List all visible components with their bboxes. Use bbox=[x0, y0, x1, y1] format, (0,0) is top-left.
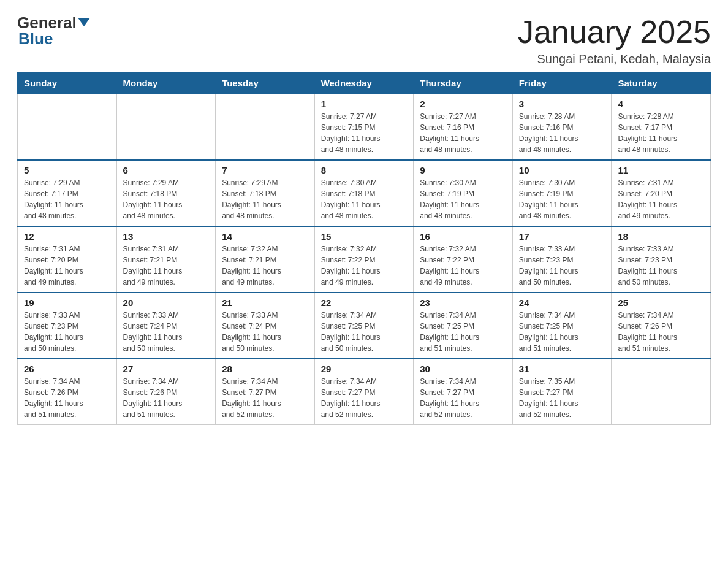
day-number: 31 bbox=[519, 364, 605, 374]
calendar-cell: 7Sunrise: 7:29 AM Sunset: 7:18 PM Daylig… bbox=[216, 160, 315, 226]
day-number: 17 bbox=[519, 231, 605, 242]
day-info: Sunrise: 7:33 AM Sunset: 7:24 PM Dayligh… bbox=[123, 310, 210, 354]
day-number: 9 bbox=[420, 165, 506, 175]
logo: General Blue bbox=[17, 15, 90, 47]
day-info: Sunrise: 7:28 AM Sunset: 7:16 PM Dayligh… bbox=[519, 111, 605, 155]
day-number: 7 bbox=[222, 165, 308, 175]
calendar-cell: 23Sunrise: 7:34 AM Sunset: 7:25 PM Dayli… bbox=[414, 293, 513, 359]
calendar-week-row: 1Sunrise: 7:27 AM Sunset: 7:15 PM Daylig… bbox=[18, 94, 711, 160]
day-number: 22 bbox=[321, 297, 408, 308]
calendar-week-row: 26Sunrise: 7:34 AM Sunset: 7:26 PM Dayli… bbox=[18, 359, 711, 425]
calendar-cell: 20Sunrise: 7:33 AM Sunset: 7:24 PM Dayli… bbox=[116, 293, 216, 359]
day-number: 13 bbox=[123, 231, 210, 242]
day-info: Sunrise: 7:33 AM Sunset: 7:23 PM Dayligh… bbox=[618, 243, 704, 288]
column-header-saturday: Saturday bbox=[612, 73, 711, 94]
calendar-cell: 5Sunrise: 7:29 AM Sunset: 7:17 PM Daylig… bbox=[18, 160, 117, 226]
title-block: January 2025 Sungai Petani, Kedah, Malay… bbox=[518, 15, 711, 66]
day-info: Sunrise: 7:27 AM Sunset: 7:15 PM Dayligh… bbox=[321, 111, 408, 155]
day-number: 10 bbox=[519, 165, 605, 175]
calendar-week-row: 12Sunrise: 7:31 AM Sunset: 7:20 PM Dayli… bbox=[18, 226, 711, 293]
day-info: Sunrise: 7:31 AM Sunset: 7:20 PM Dayligh… bbox=[24, 243, 110, 288]
day-number: 30 bbox=[420, 364, 506, 374]
calendar-cell: 15Sunrise: 7:32 AM Sunset: 7:22 PM Dayli… bbox=[314, 226, 414, 293]
calendar-week-row: 19Sunrise: 7:33 AM Sunset: 7:23 PM Dayli… bbox=[18, 293, 711, 359]
calendar-cell: 24Sunrise: 7:34 AM Sunset: 7:25 PM Dayli… bbox=[512, 293, 612, 359]
day-number: 8 bbox=[321, 165, 408, 175]
calendar-cell: 22Sunrise: 7:34 AM Sunset: 7:25 PM Dayli… bbox=[314, 293, 414, 359]
day-number: 15 bbox=[321, 231, 408, 242]
column-header-tuesday: Tuesday bbox=[216, 73, 315, 94]
calendar-cell: 28Sunrise: 7:34 AM Sunset: 7:27 PM Dayli… bbox=[216, 359, 315, 425]
day-number: 20 bbox=[123, 297, 210, 308]
day-info: Sunrise: 7:33 AM Sunset: 7:24 PM Dayligh… bbox=[222, 310, 308, 354]
calendar-header-row: SundayMondayTuesdayWednesdayThursdayFrid… bbox=[18, 73, 711, 94]
calendar-subtitle: Sungai Petani, Kedah, Malaysia bbox=[518, 52, 711, 66]
calendar-cell: 31Sunrise: 7:35 AM Sunset: 7:27 PM Dayli… bbox=[512, 359, 612, 425]
calendar-cell: 4Sunrise: 7:28 AM Sunset: 7:17 PM Daylig… bbox=[612, 94, 711, 160]
calendar-cell bbox=[116, 94, 216, 160]
column-header-monday: Monday bbox=[116, 73, 216, 94]
day-info: Sunrise: 7:35 AM Sunset: 7:27 PM Dayligh… bbox=[519, 376, 605, 420]
calendar-cell: 25Sunrise: 7:34 AM Sunset: 7:26 PM Dayli… bbox=[612, 293, 711, 359]
calendar-cell: 14Sunrise: 7:32 AM Sunset: 7:21 PM Dayli… bbox=[216, 226, 315, 293]
day-info: Sunrise: 7:32 AM Sunset: 7:22 PM Dayligh… bbox=[321, 243, 408, 288]
calendar-cell bbox=[216, 94, 315, 160]
calendar-cell: 26Sunrise: 7:34 AM Sunset: 7:26 PM Dayli… bbox=[18, 359, 117, 425]
day-info: Sunrise: 7:34 AM Sunset: 7:26 PM Dayligh… bbox=[24, 376, 110, 420]
calendar-cell: 19Sunrise: 7:33 AM Sunset: 7:23 PM Dayli… bbox=[18, 293, 117, 359]
calendar-cell: 13Sunrise: 7:31 AM Sunset: 7:21 PM Dayli… bbox=[116, 226, 216, 293]
day-number: 4 bbox=[618, 99, 704, 109]
column-header-sunday: Sunday bbox=[18, 73, 117, 94]
day-info: Sunrise: 7:31 AM Sunset: 7:20 PM Dayligh… bbox=[618, 177, 704, 221]
calendar-week-row: 5Sunrise: 7:29 AM Sunset: 7:17 PM Daylig… bbox=[18, 160, 711, 226]
day-number: 11 bbox=[618, 165, 704, 175]
day-info: Sunrise: 7:32 AM Sunset: 7:22 PM Dayligh… bbox=[420, 243, 506, 288]
calendar-cell: 2Sunrise: 7:27 AM Sunset: 7:16 PM Daylig… bbox=[414, 94, 513, 160]
day-number: 25 bbox=[618, 297, 704, 308]
day-info: Sunrise: 7:30 AM Sunset: 7:18 PM Dayligh… bbox=[321, 177, 408, 221]
day-number: 19 bbox=[24, 297, 110, 308]
day-number: 3 bbox=[519, 99, 605, 109]
column-header-wednesday: Wednesday bbox=[314, 73, 414, 94]
day-number: 26 bbox=[24, 364, 110, 374]
day-number: 1 bbox=[321, 99, 408, 109]
calendar-cell bbox=[18, 94, 117, 160]
logo-arrow-icon bbox=[78, 18, 90, 26]
day-info: Sunrise: 7:34 AM Sunset: 7:25 PM Dayligh… bbox=[420, 310, 506, 354]
day-info: Sunrise: 7:29 AM Sunset: 7:18 PM Dayligh… bbox=[222, 177, 308, 221]
day-info: Sunrise: 7:34 AM Sunset: 7:25 PM Dayligh… bbox=[519, 310, 605, 354]
day-number: 5 bbox=[24, 165, 110, 175]
day-number: 24 bbox=[519, 297, 605, 308]
calendar-cell: 6Sunrise: 7:29 AM Sunset: 7:18 PM Daylig… bbox=[116, 160, 216, 226]
day-info: Sunrise: 7:34 AM Sunset: 7:26 PM Dayligh… bbox=[618, 310, 704, 354]
day-info: Sunrise: 7:30 AM Sunset: 7:19 PM Dayligh… bbox=[519, 177, 605, 221]
page-header: General Blue January 2025 Sungai Petani,… bbox=[17, 15, 711, 66]
column-header-friday: Friday bbox=[512, 73, 612, 94]
calendar-title: January 2025 bbox=[518, 15, 711, 50]
day-number: 12 bbox=[24, 231, 110, 242]
calendar-cell: 16Sunrise: 7:32 AM Sunset: 7:22 PM Dayli… bbox=[414, 226, 513, 293]
day-number: 23 bbox=[420, 297, 506, 308]
day-info: Sunrise: 7:27 AM Sunset: 7:16 PM Dayligh… bbox=[420, 111, 506, 155]
day-info: Sunrise: 7:33 AM Sunset: 7:23 PM Dayligh… bbox=[519, 243, 605, 288]
day-info: Sunrise: 7:34 AM Sunset: 7:26 PM Dayligh… bbox=[123, 376, 210, 420]
day-number: 18 bbox=[618, 231, 704, 242]
day-number: 29 bbox=[321, 364, 408, 374]
day-info: Sunrise: 7:29 AM Sunset: 7:18 PM Dayligh… bbox=[123, 177, 210, 221]
day-info: Sunrise: 7:34 AM Sunset: 7:27 PM Dayligh… bbox=[420, 376, 506, 420]
day-number: 28 bbox=[222, 364, 308, 374]
day-info: Sunrise: 7:31 AM Sunset: 7:21 PM Dayligh… bbox=[123, 243, 210, 288]
calendar-cell: 30Sunrise: 7:34 AM Sunset: 7:27 PM Dayli… bbox=[414, 359, 513, 425]
day-info: Sunrise: 7:29 AM Sunset: 7:17 PM Dayligh… bbox=[24, 177, 110, 221]
calendar-cell: 10Sunrise: 7:30 AM Sunset: 7:19 PM Dayli… bbox=[512, 160, 612, 226]
calendar-cell: 11Sunrise: 7:31 AM Sunset: 7:20 PM Dayli… bbox=[612, 160, 711, 226]
day-number: 16 bbox=[420, 231, 506, 242]
calendar-cell: 3Sunrise: 7:28 AM Sunset: 7:16 PM Daylig… bbox=[512, 94, 612, 160]
calendar-cell: 27Sunrise: 7:34 AM Sunset: 7:26 PM Dayli… bbox=[116, 359, 216, 425]
calendar-cell: 17Sunrise: 7:33 AM Sunset: 7:23 PM Dayli… bbox=[512, 226, 612, 293]
calendar-cell: 8Sunrise: 7:30 AM Sunset: 7:18 PM Daylig… bbox=[314, 160, 414, 226]
calendar-cell bbox=[612, 359, 711, 425]
column-header-thursday: Thursday bbox=[414, 73, 513, 94]
calendar-cell: 29Sunrise: 7:34 AM Sunset: 7:27 PM Dayli… bbox=[314, 359, 414, 425]
calendar-cell: 18Sunrise: 7:33 AM Sunset: 7:23 PM Dayli… bbox=[612, 226, 711, 293]
